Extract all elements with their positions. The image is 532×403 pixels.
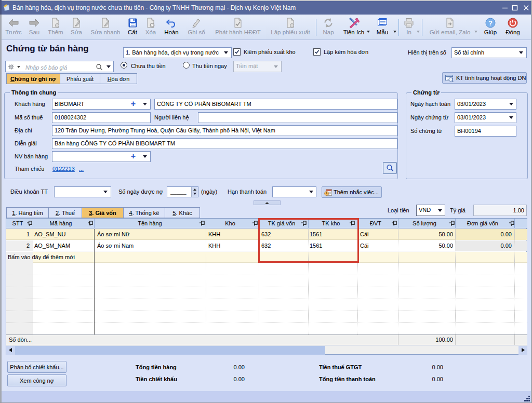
svg-text:?: ? [488,19,493,27]
